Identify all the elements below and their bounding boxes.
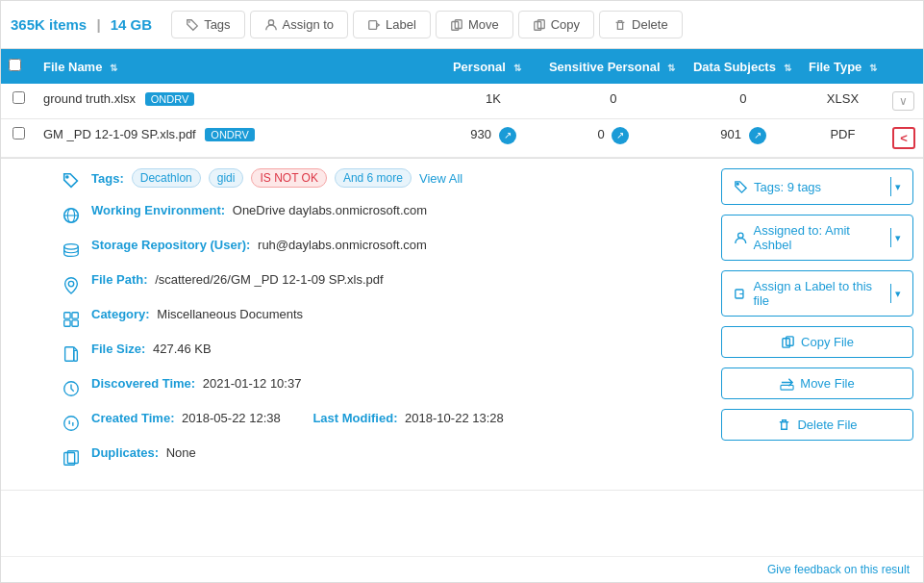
detail-panel-cell: Tags: Decathlon gidi IS NOT OK And 6 mor…	[1, 158, 923, 491]
row1-filename: ground truth.xlsx ONDRV	[36, 84, 445, 119]
assign-to-button[interactable]: Assign to	[250, 11, 348, 38]
row2-collapse-button[interactable]: <	[892, 127, 915, 149]
assigned-btn-divider	[890, 228, 891, 247]
assign-label-icon	[734, 287, 747, 301]
row2-personal: 930 ↗	[445, 119, 541, 158]
filepath-icon	[59, 272, 84, 297]
col-sensitive[interactable]: Sensitive Personal ⇅	[541, 49, 686, 84]
assigned-icon	[734, 231, 748, 245]
select-all-checkbox[interactable]	[9, 59, 21, 71]
feedback-bar[interactable]: Give feedback on this result	[1, 556, 923, 582]
duplicates-content: Duplicates: None	[91, 445, 196, 460]
col-personal[interactable]: Personal ⇅	[445, 49, 541, 84]
toolbar: 365K items | 14 GB Tags Assign to Label …	[1, 1, 923, 49]
copy-file-button[interactable]: Copy File	[721, 326, 913, 358]
discovered-icon	[59, 376, 84, 401]
row2-expand-cell: <	[885, 119, 923, 158]
copy-file-icon	[781, 335, 795, 349]
tag-and-more[interactable]: And 6 more	[335, 168, 412, 188]
filename-sort-icon: ⇅	[110, 63, 117, 73]
tags-action-button[interactable]: Tags: 9 tags ▾	[721, 168, 913, 205]
svg-rect-17	[65, 347, 74, 362]
storage-content: Storage Repository (User): ruh@daylabs.o…	[91, 238, 427, 252]
svg-point-12	[68, 281, 73, 286]
detail-dates-row: Created Time: 2018-05-22 12:38 Last Modi…	[59, 411, 702, 436]
tags-action-icon	[734, 180, 748, 194]
row2-sensitive: 0 ↗	[541, 119, 686, 158]
discovered-content: Discovered Time: 2021-01-12 10:37	[91, 376, 301, 391]
svg-rect-16	[72, 320, 78, 326]
assign-icon	[264, 18, 278, 32]
tags-btn-divider	[890, 177, 891, 196]
row2-checkbox[interactable]	[12, 127, 25, 139]
tag-isnot-ok[interactable]: IS NOT OK	[251, 168, 326, 188]
svg-rect-13	[64, 313, 70, 318]
detail-panel: Tags: Decathlon gidi IS NOT OK And 6 mor…	[1, 158, 923, 490]
move-icon	[450, 18, 463, 32]
row2-sensitive-arrow: ↗	[612, 127, 629, 144]
tag-gidi[interactable]: gidi	[209, 168, 244, 188]
row2-filetype: PDF	[801, 119, 885, 158]
category-icon	[59, 307, 84, 332]
dates-content: Created Time: 2018-05-22 12:38 Last Modi…	[91, 411, 504, 425]
working-env-content: Working Environment: OneDrive daylabs.on…	[91, 203, 427, 217]
table-row: ground truth.xlsx ONDRV 1K 0 0 XLSX	[1, 84, 923, 119]
filesize-icon	[59, 342, 84, 367]
svg-point-25	[737, 183, 738, 185]
tags-btn-chevron: ▾	[895, 181, 901, 193]
detail-duplicates-row: Duplicates: None	[59, 445, 702, 470]
delete-button[interactable]: Delete	[599, 11, 683, 38]
assigned-btn-chevron: ▾	[895, 232, 901, 244]
row2-subjects: 901 ↗	[686, 119, 801, 158]
table-container: File Name ⇅ Personal ⇅ Sensitive Persona…	[1, 49, 923, 556]
svg-rect-30	[781, 385, 793, 390]
detail-storage-row: Storage Repository (User): ruh@daylabs.o…	[59, 238, 702, 263]
svg-rect-15	[64, 320, 70, 326]
storage-icon	[59, 238, 84, 263]
row1-sensitive: 0	[541, 84, 686, 119]
row1-checkbox[interactable]	[12, 91, 25, 104]
subjects-sort-icon: ⇅	[784, 63, 791, 73]
tags-icon	[186, 18, 199, 32]
category-content: Category: Miscellaneous Documents	[91, 307, 303, 321]
row1-personal: 1K	[445, 84, 541, 119]
tag-decathlon[interactable]: Decathlon	[132, 168, 201, 188]
svg-point-20	[64, 417, 79, 431]
col-filename[interactable]: File Name ⇅	[36, 49, 445, 84]
assign-label-divider	[890, 284, 891, 303]
move-file-button[interactable]: Move File	[721, 368, 913, 399]
svg-rect-14	[72, 313, 78, 318]
row1-subjects: 0	[686, 84, 801, 119]
delete-file-button[interactable]: Delete File	[721, 409, 913, 441]
view-all-link[interactable]: View All	[419, 171, 462, 186]
detail-working-env-row: Working Environment: OneDrive daylabs.on…	[59, 203, 702, 228]
file-table: File Name ⇅ Personal ⇅ Sensitive Persona…	[1, 49, 923, 491]
detail-panel-row: Tags: Decathlon gidi IS NOT OK And 6 mor…	[1, 158, 923, 491]
svg-rect-2	[369, 20, 377, 29]
assign-label-button[interactable]: Assign a Label to this file ▾	[721, 270, 913, 317]
svg-point-11	[64, 244, 79, 249]
copy-icon	[533, 18, 546, 32]
delete-file-icon	[777, 418, 791, 432]
detail-inner: Tags: Decathlon gidi IS NOT OK And 6 mor…	[1, 159, 923, 490]
select-all-header	[1, 49, 36, 84]
svg-rect-18	[74, 350, 78, 361]
label-button[interactable]: Label	[353, 11, 431, 38]
row2-badge: ONDRV	[205, 128, 255, 141]
detail-discovered-row: Discovered Time: 2021-01-12 10:37	[59, 376, 702, 401]
assigned-to-button[interactable]: Assigned to: Amit Ashbel ▾	[721, 215, 913, 261]
col-subjects[interactable]: Data Subjects ⇅	[686, 49, 801, 84]
row2-personal-arrow: ↗	[499, 127, 516, 144]
move-button[interactable]: Move	[436, 11, 513, 38]
label-icon	[367, 18, 381, 32]
app-container: 365K items | 14 GB Tags Assign to Label …	[0, 0, 924, 583]
col-filetype[interactable]: File Type ⇅	[801, 49, 885, 84]
detail-filesize-row: File Size: 427.46 KB	[59, 342, 702, 367]
tags-button[interactable]: Tags	[171, 11, 244, 38]
detail-right: Tags: 9 tags ▾	[712, 168, 923, 480]
stat-items: 365K items | 14 GB	[11, 16, 152, 33]
copy-button[interactable]: Copy	[518, 11, 594, 38]
svg-point-1	[268, 19, 273, 24]
row1-expand-button[interactable]: ∨	[892, 91, 914, 111]
filetype-sort-icon: ⇅	[869, 63, 877, 73]
